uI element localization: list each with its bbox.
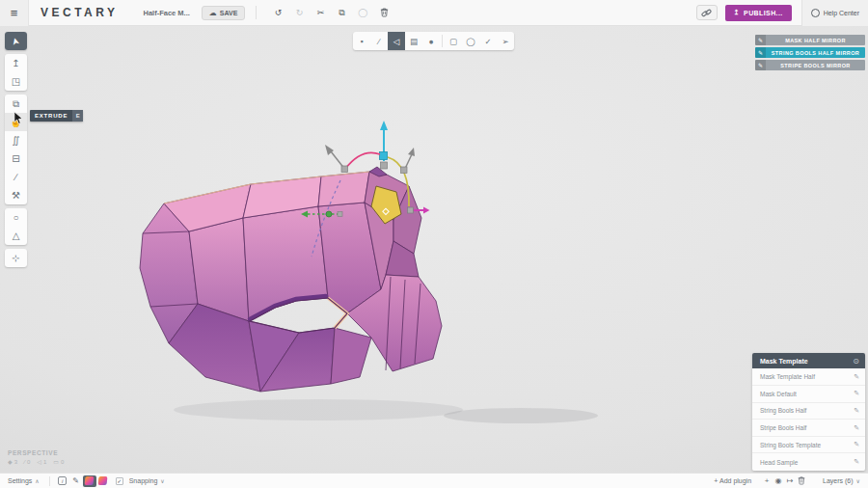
scene-stats: ◆3 ∕0 ◁1 ▭0 bbox=[8, 458, 64, 465]
settings-button[interactable]: Settings bbox=[8, 477, 32, 484]
mode-object[interactable]: ▤ bbox=[405, 32, 422, 50]
mirror-state-string-bools-half[interactable]: ✎ STRING BOOLS HALF MIRROR bbox=[755, 47, 865, 58]
material-view-button-active[interactable] bbox=[83, 475, 96, 487]
state-item-mask-default[interactable]: Mask Default ✎ bbox=[752, 386, 865, 403]
mirror-state-label: STRING BOOLS HALF MIRROR bbox=[766, 47, 865, 58]
material-gradient-icon bbox=[98, 476, 108, 485]
state-item-stripe-bools-half[interactable]: Stripe Bools Half ✎ bbox=[752, 420, 865, 437]
pencil-icon[interactable]: ✎ bbox=[755, 35, 766, 45]
fit-view-icon: ⊹ bbox=[12, 254, 19, 263]
top-bar: ≡ VECTARY Half-Face M... ☁ SAVE ↺ ↻ ✂ ⧉ … bbox=[0, 0, 868, 26]
states-panel: Mask Template ⊙ Mask Template Half ✎ Mas… bbox=[752, 353, 865, 471]
pencil-icon[interactable]: ✎ bbox=[755, 60, 766, 70]
mode-pick-move[interactable]: ➢ bbox=[497, 32, 514, 50]
mode-marquee-select[interactable]: ▢ bbox=[445, 32, 462, 50]
duplicate-icon[interactable]: ⧉ bbox=[335, 8, 348, 18]
objects-icon: ▭ bbox=[53, 458, 59, 465]
loop-cut-icon: ⊟ bbox=[12, 154, 19, 164]
tool-bevel[interactable]: ∬ bbox=[5, 131, 27, 149]
redo-icon[interactable]: ↻ bbox=[292, 8, 306, 17]
cut-icon[interactable]: ✂ bbox=[313, 8, 327, 17]
faces-icon: ◁ bbox=[37, 458, 41, 465]
mode-paint-select[interactable]: ✓ bbox=[479, 32, 497, 50]
boolean-icon: ⧉ bbox=[13, 99, 19, 109]
publish-button[interactable]: ↥ PUBLISH... bbox=[725, 5, 792, 21]
help-center-button[interactable]: Help Center bbox=[801, 0, 868, 26]
subdivide-icon: △ bbox=[13, 231, 20, 241]
info-icon: i bbox=[58, 476, 67, 485]
mirror-state-stripe-bools[interactable]: ✎ STRIPE BOOLS MIRROR bbox=[755, 60, 865, 70]
tool-loop-cut[interactable]: ⊟ bbox=[5, 149, 27, 168]
tooltip-label: EXTRUDE bbox=[30, 113, 72, 119]
sphere-icon: ● bbox=[428, 37, 433, 46]
eye-icon[interactable]: ⊙ bbox=[853, 357, 859, 366]
state-item-string-bools-half[interactable]: String Bools Half ✎ bbox=[752, 403, 865, 420]
tool-select[interactable]: ➤ bbox=[5, 32, 27, 50]
layers-button[interactable]: Layers (6) ∨ bbox=[823, 477, 860, 484]
snapping-label: Snapping bbox=[129, 477, 158, 484]
draw-mode-button[interactable]: ✎ bbox=[69, 475, 83, 487]
material-view-button[interactable] bbox=[96, 475, 110, 487]
mode-edge[interactable]: ∕ bbox=[370, 32, 388, 50]
tool-fit-view[interactable]: ⊹ bbox=[5, 249, 27, 267]
tool-sculpt[interactable]: ⚒ bbox=[5, 186, 27, 204]
stat-value: 1 bbox=[43, 459, 46, 465]
pencil-icon[interactable]: ✎ bbox=[854, 441, 859, 448]
object-icon: ▤ bbox=[410, 37, 418, 46]
state-item-head-sample[interactable]: Head Sample ✎ bbox=[752, 453, 865, 471]
snapping-checkbox[interactable]: ✓ bbox=[116, 477, 123, 485]
delete-icon[interactable] bbox=[796, 475, 807, 487]
project-title[interactable]: Half-Face M... bbox=[144, 9, 190, 17]
camera-mode-label[interactable]: PERSPECTIVE bbox=[8, 449, 64, 456]
tool-soft-transform[interactable]: ↥ bbox=[5, 54, 27, 72]
mode-face[interactable]: ◁ bbox=[388, 32, 405, 50]
line-icon: ∕ bbox=[15, 173, 17, 182]
mirror-state-label: STRIPE BOOLS MIRROR bbox=[766, 60, 865, 70]
link-icon bbox=[701, 8, 712, 18]
state-label: Mask Default bbox=[760, 391, 854, 397]
tool-line[interactable]: ∕ bbox=[5, 168, 27, 186]
import-icon[interactable]: ↦ bbox=[784, 476, 796, 485]
extrude-tooltip: EXTRUDE E bbox=[30, 110, 83, 122]
mirror-state-mask-half[interactable]: ✎ MASK HALF MIRROR bbox=[755, 35, 865, 45]
add-object-button[interactable]: + bbox=[761, 476, 773, 485]
material-gradient-icon bbox=[85, 476, 95, 485]
pencil-icon[interactable]: ✎ bbox=[854, 458, 859, 466]
pencil-icon[interactable]: ✎ bbox=[854, 390, 859, 397]
tool-subdivide[interactable]: △ bbox=[5, 227, 27, 245]
divider bbox=[442, 35, 443, 47]
chevron-up-icon[interactable]: ∧ bbox=[35, 477, 39, 484]
save-button[interactable]: ☁ SAVE bbox=[202, 6, 246, 20]
state-item-string-bools-template[interactable]: String Bools Template ✎ bbox=[752, 437, 865, 454]
state-item-mask-template-half[interactable]: Mask Template Half ✎ bbox=[752, 368, 865, 386]
material-drop-icon: ○ bbox=[13, 213, 18, 223]
chevron-down-icon[interactable]: ∨ bbox=[160, 477, 164, 484]
undo-icon[interactable]: ↺ bbox=[271, 8, 285, 17]
mode-sphere[interactable]: ● bbox=[422, 32, 440, 50]
info-button[interactable]: i bbox=[56, 475, 69, 487]
gizmo-rotate-arc-red[interactable] bbox=[345, 152, 380, 169]
left-toolbar: ➤ ↥ ◳ ⧉ ☝ ∬ ⊟ ∕ ⚒ ○ △ ⊹ bbox=[5, 32, 27, 271]
mode-lasso-select[interactable]: ◯ bbox=[462, 32, 479, 50]
tooltip-shortcut: E bbox=[72, 110, 83, 122]
history-icon[interactable]: ◯ bbox=[356, 8, 369, 17]
bottom-bar: Settings ∧ i ✎ ✓ Snapping ∨ + Add plugin… bbox=[0, 473, 868, 488]
divider bbox=[49, 476, 50, 486]
share-link-button[interactable] bbox=[696, 5, 718, 20]
primitive-icon: ◳ bbox=[12, 77, 20, 87]
menu-button[interactable]: ≡ bbox=[0, 0, 29, 26]
publish-label: PUBLISH... bbox=[744, 10, 783, 16]
sculpt-icon: ⚒ bbox=[12, 191, 20, 201]
stat-value: 3 bbox=[14, 459, 17, 465]
pencil-icon[interactable]: ✎ bbox=[854, 407, 859, 415]
states-panel-header[interactable]: Mask Template ⊙ bbox=[752, 353, 865, 368]
pencil-icon[interactable]: ✎ bbox=[854, 424, 859, 432]
delete-icon[interactable] bbox=[377, 7, 391, 19]
pencil-icon[interactable]: ✎ bbox=[854, 373, 859, 381]
sphere-icon[interactable]: ◉ bbox=[773, 476, 784, 485]
pencil-icon[interactable]: ✎ bbox=[755, 47, 766, 58]
mode-vertex[interactable]: ▪ bbox=[353, 32, 370, 50]
tool-material-drop[interactable]: ○ bbox=[5, 208, 27, 227]
tool-primitive[interactable]: ◳ bbox=[5, 72, 27, 91]
add-plugin-button[interactable]: + Add plugin bbox=[714, 477, 751, 484]
